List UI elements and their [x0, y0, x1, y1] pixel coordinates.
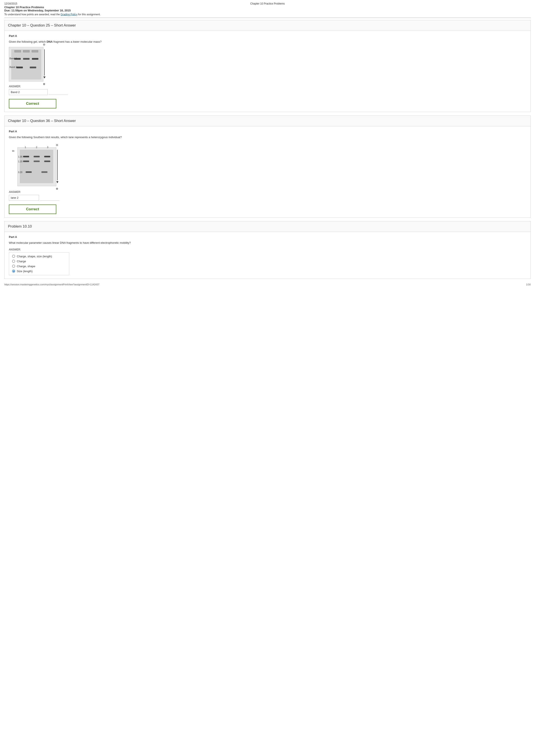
due-date: Due: 11:59pm on Wednesday, September 16,… — [4, 9, 531, 12]
southern-gel-box: ⊖ 1 2 3 kb — [17, 148, 56, 186]
band-0.20-row — [21, 171, 52, 173]
radio-label-0: Charge, shape, size (length) — [17, 255, 52, 258]
answer-input-q36[interactable]: lane 2 — [9, 195, 39, 201]
question-25-section: Chapter 10 – Question 25 – Short Answer … — [4, 20, 531, 112]
kb-value-3: 0.20 — [18, 171, 22, 174]
radio-option-2[interactable]: Charge, shape — [12, 265, 66, 268]
question-36-section: Chapter 10 – Question 36 – Short Answer … — [4, 116, 531, 218]
band-0.20-lane2 — [42, 171, 47, 173]
radio-group-p1010: Charge, shape, size (length) Charge Char… — [9, 252, 69, 275]
well2 — [23, 50, 30, 52]
pos-electrode-q36: ⊕ — [56, 187, 58, 190]
part-a-label-p1010: Part A — [9, 235, 526, 239]
band1-lane3 — [32, 58, 39, 60]
gel-wells-q25 — [14, 50, 39, 52]
band-1.15-row — [21, 161, 52, 162]
band1-lane2 — [23, 58, 30, 60]
radio-option-3[interactable]: Size (length) — [12, 270, 66, 273]
gel-image-q36: ⊖ 1 2 3 kb — [9, 142, 526, 186]
footer-page: 1/16 — [526, 283, 531, 286]
problem-1010-title: Problem 10.10 — [5, 221, 530, 232]
question-25-title: Chapter 10 – Question 25 – Short Answer — [5, 20, 530, 31]
part-a-label-q36: Part A — [9, 130, 526, 133]
gel-inner-q25 — [11, 49, 42, 80]
arrow-q36: ▼ — [56, 150, 59, 184]
pos-electrode-q25: ⊕ — [43, 82, 45, 86]
band-1.15-lane2 — [34, 161, 40, 162]
correct-box-q25: Correct — [9, 99, 56, 108]
part-a-label-q25: Part A — [9, 34, 526, 38]
radio-label-1: Charge — [17, 260, 26, 263]
problem-1010-section: Problem 10.10 Part A What molecular para… — [4, 221, 531, 279]
question-25-text: Given the following gel, which DNA fragm… — [9, 40, 526, 44]
answer-label-p1010: ANSWER: — [9, 248, 526, 251]
band-1.15-lane3 — [44, 161, 50, 162]
radio-option-0[interactable]: Charge, shape, size (length) — [12, 255, 66, 258]
neg-electrode-q25: ⊖ — [43, 43, 45, 46]
band2-label: Band 2 — [10, 66, 17, 68]
band1-label: Band 1 — [10, 57, 17, 60]
radio-circle-1 — [12, 260, 15, 263]
southern-gel-inner: 1 2 3 kb — [20, 150, 53, 183]
problem-1010-part-a: Part A What molecular parameter causes l… — [5, 232, 530, 279]
radio-label-3: Size (length) — [17, 270, 33, 273]
radio-label-2: Charge, shape — [17, 265, 35, 268]
neg-electrode-q36: ⊖ — [56, 143, 58, 147]
well3 — [32, 50, 38, 52]
band-1.15-lane1 — [23, 161, 29, 162]
question-25-part-a: Part A Given the following gel, which DN… — [5, 31, 530, 112]
gel-box-q25: ⊖ — [9, 47, 43, 81]
arrow-q25: ▼ — [43, 49, 46, 79]
lane-headers: 1 2 3 — [20, 146, 53, 148]
radio-circle-0 — [12, 255, 15, 258]
radio-circle-2 — [12, 265, 15, 268]
well1 — [14, 50, 21, 52]
band-1.35-lane3 — [44, 156, 50, 157]
band-1.35-row — [21, 156, 52, 157]
question-36-title: Chapter 10 – Question 36 – Short Answer — [5, 116, 530, 126]
grading-note: To understand how points are awarded, re… — [4, 13, 531, 16]
answer-section-q36: ANSWER: lane 2 Correct — [9, 191, 526, 214]
problem-1010-text: What molecular parameter causes linear D… — [9, 241, 526, 245]
radio-option-1[interactable]: Charge — [12, 260, 66, 263]
radio-circle-3 — [12, 270, 15, 273]
kb-label: kb — [12, 150, 14, 152]
answer-input-q25[interactable]: Band 2 — [9, 89, 48, 95]
grading-policy-link[interactable]: Grading Policy — [61, 13, 77, 16]
correct-box-q36: Correct — [9, 204, 56, 214]
band-1.35-lane1 — [23, 156, 29, 157]
answer-label-q25: ANSWER: — [9, 85, 526, 88]
answer-label-q36: ANSWER: — [9, 191, 526, 194]
gel-image-q25: ⊖ — [9, 47, 526, 81]
answer-section-q25: ANSWER: Band 2 Correct — [9, 85, 526, 108]
question-36-text: Given the following Southern blot result… — [9, 135, 526, 139]
kb-value-1: 1.35 — [18, 156, 22, 158]
header-center-title: Chapter 10 Practice Problems — [250, 2, 285, 5]
band-1.35-lane2 — [34, 156, 40, 157]
footer-url: https://session.masteringgenetics.com/my… — [4, 283, 99, 286]
question-36-part-a: Part A Given the following Southern blot… — [5, 126, 530, 218]
doc-title: Chapter 10 Practice Problems — [4, 6, 531, 9]
band-0.20-lane1 — [26, 171, 32, 173]
kb-value-2: 1.15 — [18, 161, 22, 163]
band2-lane2 — [30, 67, 36, 68]
page-footer: https://session.masteringgenetics.com/my… — [4, 283, 531, 286]
band2-lane1 — [16, 67, 23, 68]
